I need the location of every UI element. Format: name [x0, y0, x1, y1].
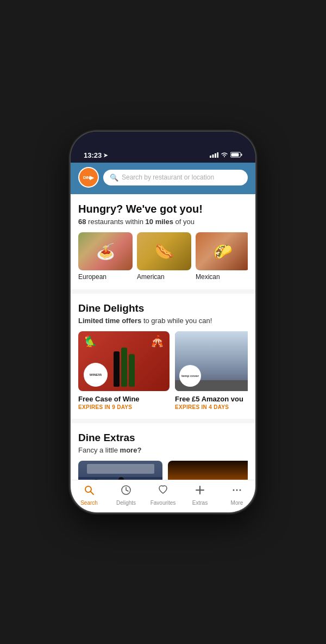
deals-row: 🦜 🎪 WINE55 Free Case of Wine EXPIRES IN …	[78, 331, 248, 414]
category-mexican[interactable]: Mexican	[196, 232, 248, 281]
notch-area: 13:23 ➤	[71, 132, 255, 163]
section-divider-1	[71, 289, 255, 294]
american-label: American	[137, 273, 165, 281]
svg-rect-2	[215, 153, 216, 158]
phone-frame: 13:23 ➤	[71, 132, 255, 512]
search-placeholder-text: Search by restaurant or location	[122, 174, 214, 181]
more-nav-label: More	[231, 500, 243, 506]
svg-rect-5	[241, 154, 242, 156]
extras-nav-icon	[195, 485, 205, 498]
signal-icon	[210, 152, 218, 159]
dynamic-island	[141, 137, 185, 149]
category-row: European American Mexican	[78, 232, 248, 285]
deal-wine[interactable]: 🦜 🎪 WINE55 Free Case of Wine EXPIRES IN …	[78, 331, 170, 410]
dine-delights-title: Dine Delights	[78, 302, 248, 314]
hero-section: Hungry? We've got you! 68 restaurants wi…	[71, 194, 255, 289]
delights-nav-label: Delights	[116, 500, 136, 506]
search-bar[interactable]: 🔍 Search by restaurant or location	[103, 170, 248, 185]
lights-bg	[168, 461, 248, 480]
subtitle-rest: to grab while you can!	[141, 317, 212, 325]
logo-text: DIN▶	[79, 168, 98, 187]
tempcover-logo: temp cover	[179, 365, 201, 387]
extra-cinema-card[interactable]	[78, 461, 162, 480]
svg-point-12	[233, 490, 235, 491]
delights-nav-icon	[121, 485, 131, 498]
extras-row	[78, 461, 248, 480]
category-american[interactable]: American	[137, 232, 191, 281]
dine-delights-subtitle: Limited time offers to grab while you ca…	[78, 317, 248, 325]
category-european[interactable]: European	[78, 232, 133, 281]
extras-subtitle-prefix: Fancy a little	[78, 446, 120, 454]
favourites-nav-label: Favourites	[151, 500, 176, 506]
screen-glow	[87, 464, 154, 474]
status-icons	[210, 152, 242, 159]
tempcover-deal-name: Free £5 Amazon vou	[175, 395, 248, 403]
cinema-screen	[78, 461, 162, 477]
location-icon: ➤	[103, 152, 108, 158]
extras-more-bold: more?	[120, 446, 142, 454]
svg-point-13	[236, 490, 238, 491]
bottom-nav: Search Delights Favourites	[71, 480, 255, 512]
wine-logo-badge: WINE55	[84, 363, 108, 387]
hero-subtitle-middle: restaurants within	[86, 218, 145, 226]
search-nav-icon	[84, 485, 95, 498]
favourites-nav-icon	[158, 485, 168, 498]
svg-point-14	[240, 490, 241, 491]
svg-rect-3	[217, 152, 219, 158]
dine-extras-subtitle: Fancy a little more?	[78, 446, 248, 454]
bottle-3	[129, 354, 135, 387]
dine-extras-section: Dine Extras Fancy a little more?	[71, 423, 255, 480]
wine-deal-image: 🦜 🎪 WINE55	[78, 331, 170, 391]
european-label: European	[78, 273, 106, 281]
main-content[interactable]: Hungry? We've got you! 68 restaurants wi…	[71, 194, 255, 480]
extra-lights-card[interactable]	[168, 461, 248, 480]
nav-search[interactable]: Search	[71, 485, 108, 506]
search-nav-label: Search	[80, 500, 98, 506]
search-icon: 🔍	[110, 174, 118, 182]
wine-deal-name: Free Case of Wine	[78, 395, 170, 403]
deal-tempcover[interactable]: 🚗 temp cover Free £5 Amazon vou EXPIRES …	[175, 331, 248, 410]
hero-title: Hungry? We've got you!	[78, 203, 248, 215]
dine-logo[interactable]: DIN▶	[78, 167, 99, 188]
time-display: 13:23	[84, 151, 102, 159]
dine-extras-title: Dine Extras	[78, 432, 248, 444]
wine-items: 🦜 🎪	[109, 331, 139, 391]
restaurant-count: 68	[78, 218, 86, 226]
dine-delights-section: Dine Delights Limited time offers to gra…	[71, 294, 255, 419]
svg-rect-1	[212, 154, 214, 158]
european-image	[78, 232, 133, 270]
svg-rect-6	[231, 153, 239, 157]
more-nav-icon	[231, 485, 242, 498]
bottle-2	[121, 348, 127, 387]
tempcover-deal-expires: EXPIRES IN 4 DAYS	[175, 404, 248, 410]
header: DIN▶ 🔍 Search by restaurant or location	[71, 163, 255, 194]
hero-subtitle: 68 restaurants within 10 miles of you	[78, 218, 248, 226]
distance-bold: 10 miles	[146, 218, 173, 226]
hero-subtitle-suffix: of you	[173, 218, 195, 226]
tempcover-deal-image: 🚗 temp cover	[175, 331, 248, 391]
nav-delights[interactable]: Delights	[108, 485, 145, 506]
extras-nav-label: Extras	[192, 500, 208, 506]
svg-rect-0	[210, 156, 211, 158]
svg-line-8	[91, 492, 93, 494]
wifi-icon	[221, 152, 228, 159]
status-bar: 13:23 ➤	[82, 151, 244, 159]
section-divider-2	[71, 419, 255, 423]
mexican-image	[196, 232, 248, 270]
wine-deal-expires: EXPIRES IN 9 DAYS	[78, 404, 170, 410]
bottle-1	[114, 351, 120, 387]
american-image	[137, 232, 191, 270]
status-time: 13:23 ➤	[84, 151, 108, 159]
mexican-label: Mexican	[196, 273, 220, 281]
nav-extras[interactable]: Extras	[181, 485, 218, 506]
limited-offers-bold: Limited time offers	[78, 317, 141, 325]
nav-favourites[interactable]: Favourites	[145, 485, 181, 506]
nav-more[interactable]: More	[218, 485, 255, 506]
battery-icon	[230, 152, 242, 159]
